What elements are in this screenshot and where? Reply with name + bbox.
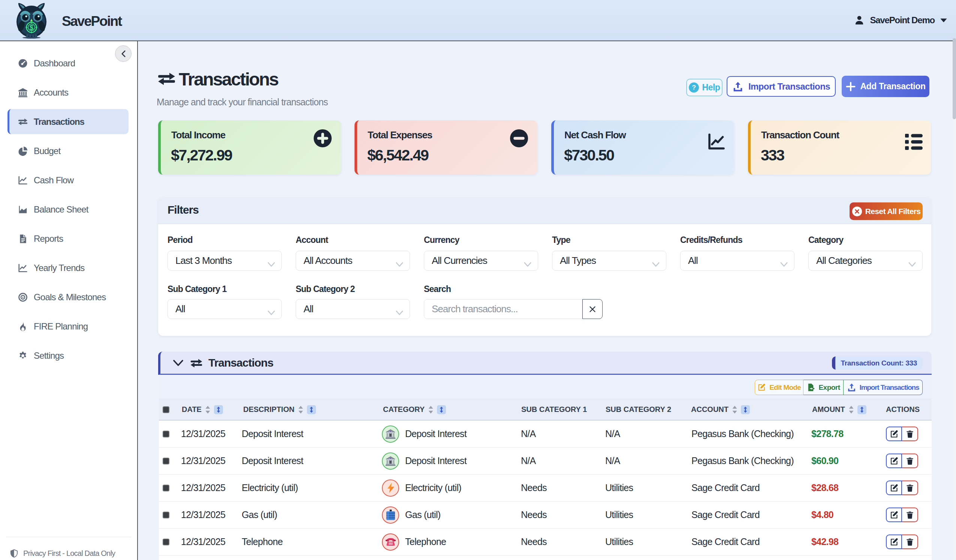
svg-text:$: $ [30,24,33,31]
svg-text:?: ? [692,83,695,91]
